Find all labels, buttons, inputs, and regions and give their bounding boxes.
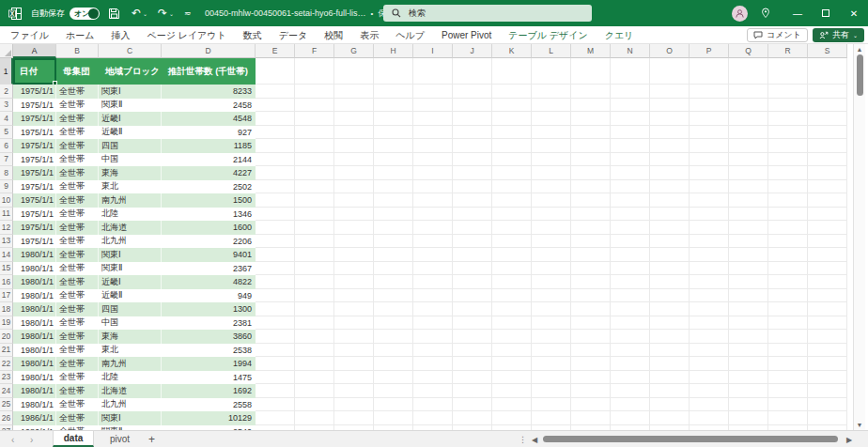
cell-C8[interactable]: 東海 bbox=[99, 166, 162, 180]
ribbon-tab-ホーム[interactable]: ホーム bbox=[57, 26, 102, 44]
cell-D6[interactable]: 1185 bbox=[162, 139, 256, 153]
cell-D10[interactable]: 1500 bbox=[162, 193, 256, 208]
row-header-16[interactable]: 16 bbox=[0, 275, 13, 289]
column-header-Q[interactable]: Q bbox=[729, 44, 768, 58]
table-header-cell-B[interactable]: 母集団 bbox=[56, 58, 99, 85]
cell-D15[interactable]: 2367 bbox=[162, 262, 256, 276]
table-header-cell-C[interactable]: 地域ブロック bbox=[99, 58, 162, 85]
column-header-R[interactable]: R bbox=[768, 44, 808, 58]
cell-A8[interactable]: 1975/1/1 bbox=[13, 166, 56, 180]
row-header-25[interactable]: 25 bbox=[0, 398, 13, 412]
row-header-11[interactable]: 11 bbox=[0, 208, 13, 222]
ribbon-tab-データ[interactable]: データ bbox=[271, 26, 316, 44]
ribbon-tab-数式[interactable]: 数式 bbox=[235, 26, 271, 44]
cell-C21[interactable]: 東北 bbox=[99, 344, 162, 358]
cell-D18[interactable]: 1300 bbox=[162, 302, 256, 316]
row-header-10[interactable]: 10 bbox=[0, 193, 13, 208]
row-header-24[interactable]: 24 bbox=[0, 384, 13, 398]
cell-C3[interactable]: 関東Ⅱ bbox=[99, 99, 162, 113]
cell-D20[interactable]: 3860 bbox=[162, 330, 256, 344]
column-header-B[interactable]: B bbox=[56, 44, 99, 58]
cell-C23[interactable]: 北陸 bbox=[99, 371, 162, 385]
scroll-down-icon[interactable]: ▼ bbox=[854, 422, 865, 428]
cell-D7[interactable]: 2144 bbox=[162, 153, 256, 167]
cell-D17[interactable]: 949 bbox=[162, 289, 256, 303]
select-all-corner[interactable] bbox=[0, 44, 13, 58]
cell-D21[interactable]: 2538 bbox=[162, 344, 256, 358]
row-header-6[interactable]: 6 bbox=[0, 139, 13, 153]
row-header-22[interactable]: 22 bbox=[0, 357, 13, 371]
cell-C5[interactable]: 近畿Ⅱ bbox=[99, 126, 162, 140]
cell-C12[interactable]: 北海道 bbox=[99, 221, 162, 235]
ribbon-tab-テーブル デザイン[interactable]: テーブル デザイン bbox=[500, 26, 596, 44]
cell-D2[interactable]: 8233 bbox=[162, 85, 256, 99]
scroll-left-icon[interactable]: ◀ bbox=[532, 431, 537, 447]
sheet-nav-prev-icon[interactable]: ‹ bbox=[11, 431, 14, 447]
cell-C26[interactable]: 関東Ⅰ bbox=[99, 411, 162, 425]
cell-C7[interactable]: 中国 bbox=[99, 153, 162, 167]
cell-B21[interactable]: 全世帯 bbox=[56, 344, 99, 358]
row-header-18[interactable]: 18 bbox=[0, 302, 13, 316]
tab-splitter-handle[interactable]: ⋮ bbox=[519, 431, 527, 447]
cell-C25[interactable]: 北九州 bbox=[99, 398, 162, 412]
cell-C17[interactable]: 近畿Ⅱ bbox=[99, 289, 162, 303]
vertical-scroll-thumb[interactable] bbox=[857, 54, 863, 96]
cell-C11[interactable]: 北陸 bbox=[99, 208, 162, 222]
cells-area[interactable]: 日付母集団地域ブロック推計世帯数 (千世帯)1975/1/1全世帯関東Ⅰ8233… bbox=[13, 58, 853, 430]
search-input[interactable]: 検索 bbox=[383, 5, 592, 22]
cell-A11[interactable]: 1975/1/1 bbox=[13, 208, 56, 222]
row-header-23[interactable]: 23 bbox=[0, 371, 13, 385]
ribbon-tab-ページ レイアウト[interactable]: ページ レイアウト bbox=[138, 26, 234, 44]
column-header-P[interactable]: P bbox=[690, 44, 729, 58]
excel-app-icon[interactable]: X bbox=[8, 0, 23, 26]
ribbon-tab-挿入[interactable]: 挿入 bbox=[102, 26, 138, 44]
cell-B10[interactable]: 全世帯 bbox=[56, 193, 99, 208]
row-header-26[interactable]: 26 bbox=[0, 411, 13, 425]
cell-D9[interactable]: 2502 bbox=[162, 180, 256, 194]
share-dropdown-icon[interactable]: ⌄ bbox=[853, 32, 858, 39]
column-header-M[interactable]: M bbox=[571, 44, 611, 58]
table-header-cell-D[interactable]: 推計世帯数 (千世帯) bbox=[162, 58, 256, 85]
column-header-N[interactable]: N bbox=[611, 44, 650, 58]
row-header-2[interactable]: 2 bbox=[0, 85, 13, 99]
ribbon-tab-ヘルプ[interactable]: ヘルプ bbox=[387, 26, 433, 44]
cell-C4[interactable]: 近畿Ⅰ bbox=[99, 112, 162, 126]
cell-D19[interactable]: 2381 bbox=[162, 316, 256, 331]
cell-D13[interactable]: 2206 bbox=[162, 235, 256, 249]
ribbon-tab-クエリ[interactable]: クエリ bbox=[597, 26, 643, 44]
cell-A4[interactable]: 1975/1/1 bbox=[13, 112, 56, 126]
cell-B5[interactable]: 全世帯 bbox=[56, 126, 99, 140]
column-header-H[interactable]: H bbox=[374, 44, 413, 58]
cell-D12[interactable]: 1600 bbox=[162, 221, 256, 235]
cell-A14[interactable]: 1980/1/1 bbox=[13, 248, 56, 262]
share-button[interactable]: 共有 ⌄ bbox=[813, 28, 864, 42]
undo-dropdown-icon[interactable]: ⌄ bbox=[143, 10, 147, 17]
comments-button[interactable]: コメント bbox=[747, 28, 808, 42]
cell-A13[interactable]: 1975/1/1 bbox=[13, 235, 56, 249]
column-header-I[interactable]: I bbox=[413, 44, 453, 58]
cell-A24[interactable]: 1980/1/1 bbox=[13, 384, 56, 398]
row-header-19[interactable]: 19 bbox=[0, 316, 13, 331]
restore-button[interactable] bbox=[812, 0, 840, 26]
cell-B3[interactable]: 全世帯 bbox=[56, 99, 99, 113]
cell-A21[interactable]: 1980/1/1 bbox=[13, 344, 56, 358]
row-header-1[interactable]: 1 bbox=[0, 58, 13, 85]
cell-B6[interactable]: 全世帯 bbox=[56, 139, 99, 153]
column-header-E[interactable]: E bbox=[256, 44, 295, 58]
cell-A10[interactable]: 1975/1/1 bbox=[13, 193, 56, 208]
cell-C13[interactable]: 北九州 bbox=[99, 235, 162, 249]
row-header-20[interactable]: 20 bbox=[0, 330, 13, 344]
cell-D8[interactable]: 4227 bbox=[162, 166, 256, 180]
row-header-9[interactable]: 9 bbox=[0, 180, 13, 194]
sheet-tab-pivot[interactable]: pivot bbox=[96, 431, 144, 447]
table-header-cell-A[interactable]: 日付 bbox=[13, 58, 56, 85]
cell-D25[interactable]: 2558 bbox=[162, 398, 256, 412]
minimize-button[interactable]: — bbox=[783, 0, 812, 26]
cell-A3[interactable]: 1975/1/1 bbox=[13, 99, 56, 113]
redo-button[interactable]: ↷⌄ bbox=[158, 0, 174, 26]
cell-A26[interactable]: 1986/1/1 bbox=[13, 411, 56, 425]
row-header-5[interactable]: 5 bbox=[0, 126, 13, 140]
cell-A9[interactable]: 1975/1/1 bbox=[13, 180, 56, 194]
cell-A22[interactable]: 1980/1/1 bbox=[13, 357, 56, 371]
cell-D26[interactable]: 10129 bbox=[162, 411, 256, 425]
